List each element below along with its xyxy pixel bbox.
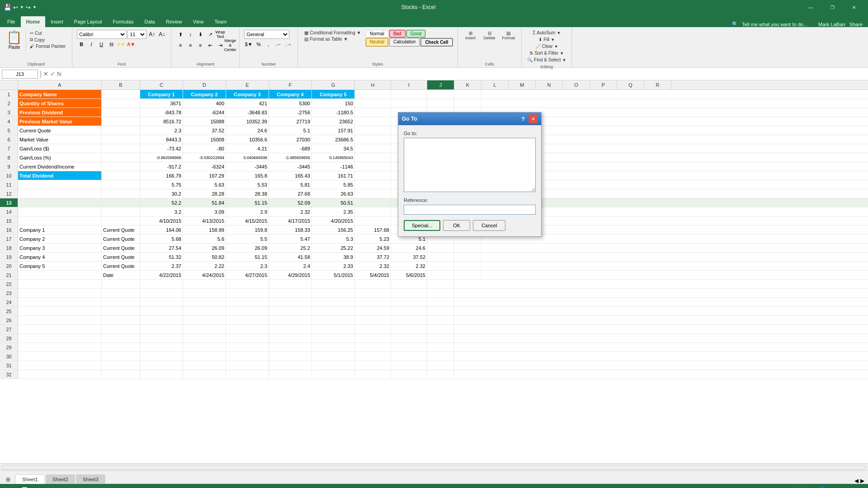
comma-button[interactable]: , xyxy=(264,40,273,49)
font-name-select[interactable]: Calibri xyxy=(77,30,127,39)
align-bottom-button[interactable]: ⬇ xyxy=(196,30,205,39)
cell-h1[interactable] xyxy=(355,90,391,99)
reference-input[interactable] xyxy=(404,205,536,215)
cell-e10[interactable]: 165.8 xyxy=(226,171,269,180)
cell-a20[interactable]: Company 5 xyxy=(18,262,102,270)
cell-h14[interactable] xyxy=(355,207,391,216)
cell-a21[interactable] xyxy=(18,271,102,279)
cell-e9[interactable]: -3445 xyxy=(226,162,269,171)
cell-b8[interactable] xyxy=(102,153,140,162)
cell-k2[interactable] xyxy=(454,99,481,108)
cell-g21[interactable]: 5/1/2015 xyxy=(312,271,355,279)
cell-g18[interactable]: 25.22 xyxy=(312,244,355,252)
paste-button[interactable]: 📋 Paste xyxy=(3,29,26,51)
cell-f13[interactable]: 52.09 xyxy=(269,198,312,207)
font-size-select[interactable]: 11 xyxy=(127,30,146,39)
col-header-g[interactable]: G xyxy=(312,80,355,89)
cell-a2[interactable]: Quantity of Shares xyxy=(18,99,102,108)
cell-a13[interactable] xyxy=(18,198,102,207)
cell-d17[interactable]: 5.6 xyxy=(183,235,226,243)
cancel-button[interactable]: Cancel xyxy=(473,220,505,231)
cell-g2[interactable]: 150 xyxy=(312,99,355,108)
cell-g15[interactable]: 4/20/2015 xyxy=(312,216,355,225)
cell-reference-box[interactable] xyxy=(2,70,38,79)
save-icon[interactable]: 💾 xyxy=(4,4,11,11)
cell-a12[interactable] xyxy=(18,189,102,198)
cell-h16[interactable]: 157.68 xyxy=(355,225,391,234)
cell-i18[interactable]: 24.6 xyxy=(391,244,427,252)
cell-d19[interactable]: 50.82 xyxy=(183,253,226,261)
cell-h7[interactable] xyxy=(355,144,391,153)
cell-e15[interactable]: 4/15/2015 xyxy=(226,216,269,225)
cell-e11[interactable]: 5.53 xyxy=(226,180,269,189)
cell-c5[interactable]: 2.3 xyxy=(140,126,183,135)
cell-f20[interactable]: 2.4 xyxy=(269,262,312,270)
cell-d12[interactable]: 28.28 xyxy=(183,189,226,198)
cell-j19[interactable] xyxy=(427,253,454,261)
redo-icon[interactable]: ↪ xyxy=(26,4,31,11)
bad-style[interactable]: Bad xyxy=(389,30,406,38)
cell-h4[interactable] xyxy=(355,117,391,126)
cell-h10[interactable] xyxy=(355,171,391,180)
increase-indent-button[interactable]: ⇥ xyxy=(216,41,225,50)
col-header-i[interactable]: I xyxy=(391,80,427,89)
cell-d4[interactable]: 15088 xyxy=(183,117,226,126)
cell-c4[interactable]: 8516.72 xyxy=(140,117,183,126)
col-header-q[interactable]: Q xyxy=(617,80,644,89)
cell-f19[interactable]: 41.58 xyxy=(269,253,312,261)
cell-f5[interactable]: 5.1 xyxy=(269,126,312,135)
cell-c13[interactable]: 52.2 xyxy=(140,198,183,207)
tab-formulas[interactable]: Formulas xyxy=(108,16,139,27)
cell-a1[interactable]: Company Name xyxy=(18,90,102,99)
cell-k21[interactable] xyxy=(454,271,481,279)
align-left-button[interactable]: ≡ xyxy=(176,41,185,50)
cell-e2[interactable]: 421 xyxy=(226,99,269,108)
wrap-text-button[interactable]: Wrap Text xyxy=(216,30,225,39)
zoom-slider[interactable] xyxy=(812,486,848,488)
cell-b12[interactable] xyxy=(102,189,140,198)
col-header-b[interactable]: B xyxy=(102,80,140,89)
col-header-p[interactable]: P xyxy=(590,80,617,89)
cell-a8[interactable]: Gain/Loss (%) xyxy=(18,153,102,162)
cell-k19[interactable] xyxy=(454,253,481,261)
cell-d18[interactable]: 26.09 xyxy=(183,244,226,252)
tab-insert[interactable]: Insert xyxy=(45,16,69,27)
cell-e13[interactable]: 51.15 xyxy=(226,198,269,207)
sheet-tab-sheet2[interactable]: Sheet2 xyxy=(46,474,75,484)
cell-c21[interactable]: 4/22/2015 xyxy=(140,271,183,279)
align-center-button[interactable]: ≡ xyxy=(186,41,195,50)
col-header-k[interactable]: K xyxy=(454,80,481,89)
cell-j1[interactable] xyxy=(427,90,454,99)
cell-f9[interactable]: -3445 xyxy=(269,162,312,171)
scroll-right-icon[interactable]: ▶ xyxy=(860,478,864,484)
calculation-style[interactable]: Calculation xyxy=(389,38,420,47)
cell-c8[interactable]: -0.862068966 xyxy=(140,153,183,162)
cell-e18[interactable]: 26.09 xyxy=(226,244,269,252)
cell-a19[interactable]: Company 4 xyxy=(18,253,102,261)
col-header-m[interactable]: M xyxy=(509,80,536,89)
cell-j20[interactable] xyxy=(427,262,454,270)
cell-d16[interactable]: 158.99 xyxy=(183,225,226,234)
cell-h3[interactable] xyxy=(355,108,391,117)
cell-h17[interactable]: 5.23 xyxy=(355,235,391,243)
cell-h8[interactable] xyxy=(355,153,391,162)
cell-k18[interactable] xyxy=(454,244,481,252)
conditional-formatting-button[interactable]: ▦ Conditional Formatting ▼ xyxy=(302,30,363,36)
tell-me[interactable]: Tell me what you want to do... xyxy=(742,22,807,27)
find-select-button[interactable]: 🔍 Find & Select ▼ xyxy=(525,57,568,63)
cell-c14[interactable]: 3.2 xyxy=(140,207,183,216)
dialog-close-button[interactable]: ✕ xyxy=(528,114,538,123)
cell-i21[interactable]: 5/6/2015 xyxy=(391,271,427,279)
tab-page-layout[interactable]: Page Layout xyxy=(69,16,108,27)
align-middle-button[interactable]: ↕ xyxy=(186,30,195,39)
cell-a10[interactable]: Total Dividend xyxy=(18,171,102,180)
fill-button[interactable]: ⬇ Fill ▼ xyxy=(537,37,557,42)
cell-a6[interactable]: Market Value xyxy=(18,135,102,144)
cell-b21[interactable]: Date xyxy=(102,271,140,279)
formula-input[interactable] xyxy=(63,71,866,77)
cell-f3[interactable]: -2756 xyxy=(269,108,312,117)
cell-g7[interactable]: 34.5 xyxy=(312,144,355,153)
col-header-h[interactable]: H xyxy=(355,80,391,89)
cell-a18[interactable]: Company 3 xyxy=(18,244,102,252)
cell-b20[interactable]: Current Quote xyxy=(102,262,140,270)
